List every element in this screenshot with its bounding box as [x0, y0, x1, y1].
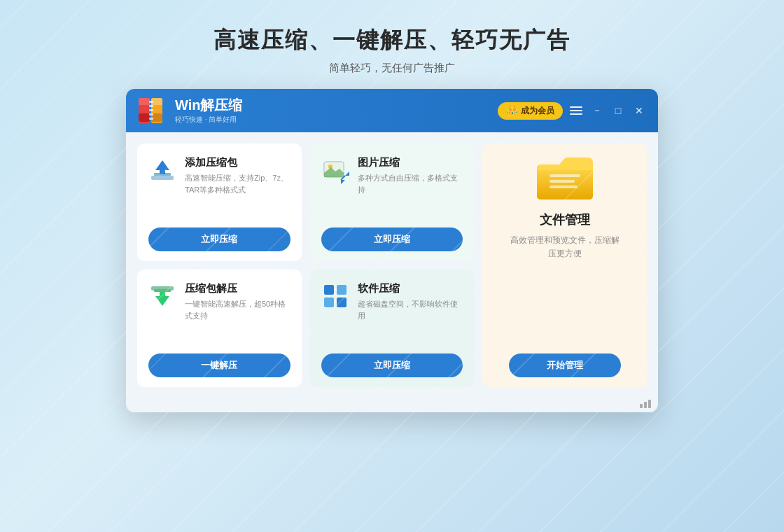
logo-text: Win解压缩 轻巧快速 · 简单好用	[175, 97, 242, 125]
svg-rect-27	[550, 180, 575, 183]
svg-rect-32	[160, 292, 165, 296]
close-button[interactable]: ✕	[631, 103, 647, 118]
image-compress-button[interactable]: 立即压缩	[321, 227, 463, 251]
crown-icon: 👑	[506, 105, 518, 116]
app-logo-icon	[137, 95, 168, 126]
compress-desc: 高速智能压缩，支持Zip、7z、TAR等多种格式式	[185, 172, 290, 195]
svg-rect-3	[139, 113, 150, 122]
image-icon	[321, 156, 349, 184]
compress-icon	[148, 156, 176, 184]
svg-rect-9	[149, 105, 153, 107]
svg-rect-36	[337, 298, 346, 307]
page-subtitle: 简单轻巧，无任何广告推广	[0, 62, 784, 75]
maximize-button[interactable]: □	[610, 103, 626, 118]
svg-marker-31	[155, 296, 169, 306]
compress-card-header: 添加压缩包 高速智能压缩，支持Zip、7z、TAR等多种格式式	[148, 156, 290, 195]
svg-rect-35	[324, 298, 334, 307]
svg-rect-30	[154, 289, 171, 292]
software-compress-info: 软件压缩 超省磁盘空间，不影响软件使用	[358, 282, 463, 321]
file-manager-desc: 高效管理和预览文件，压缩解压更方便	[509, 234, 621, 260]
svg-rect-28	[550, 186, 578, 188]
minimize-button[interactable]: －	[589, 103, 605, 118]
image-compress-title: 图片压缩	[358, 156, 463, 169]
folder-icon	[537, 156, 593, 202]
decompress-info: 压缩包解压 一键智能高速解压，超50种格式支持	[185, 282, 290, 321]
title-bar: Win解压缩 轻巧快速 · 简单好用 👑 成为会员 － □ ✕	[126, 89, 658, 132]
compress-title: 添加压缩包	[185, 156, 290, 169]
image-compress-info: 图片压缩 多种方式自由压缩，多格式支持	[358, 156, 463, 195]
content-area: 添加压缩包 高速智能压缩，支持Zip、7z、TAR等多种格式式 立即压缩	[126, 132, 658, 398]
svg-marker-15	[155, 160, 169, 170]
svg-rect-33	[324, 285, 334, 295]
svg-marker-22	[341, 180, 345, 184]
page-title: 高速压缩、一键解压、轻巧无广告	[0, 25, 784, 56]
app-tagline: 轻巧快速 · 简单好用	[175, 115, 242, 125]
image-compress-header: 图片压缩 多种方式自由压缩，多格式支持	[321, 156, 463, 195]
image-compress-desc: 多种方式自由压缩，多格式支持	[358, 172, 463, 195]
image-compress-card: 图片压缩 多种方式自由压缩，多格式支持 立即压缩	[310, 144, 475, 261]
svg-rect-16	[160, 170, 165, 174]
svg-rect-2	[139, 105, 150, 113]
compress-card-info: 添加压缩包 高速智能压缩，支持Zip、7z、TAR等多种格式式	[185, 156, 290, 195]
decompress-header: 压缩包解压 一键智能高速解压，超50种格式支持	[148, 282, 290, 321]
svg-marker-21	[345, 172, 349, 176]
window-controls: － □ ✕	[589, 103, 647, 118]
vip-button[interactable]: 👑 成为会员	[498, 102, 563, 120]
compress-button[interactable]: 立即压缩	[148, 227, 290, 251]
software-compress-header: 软件压缩 超省磁盘空间，不影响软件使用	[321, 282, 463, 321]
file-manager-button[interactable]: 开始管理	[509, 354, 621, 377]
decompress-title: 压缩包解压	[185, 282, 290, 295]
software-compress-button[interactable]: 立即压缩	[321, 354, 463, 377]
software-icon	[321, 282, 349, 310]
svg-rect-11	[149, 113, 153, 115]
decompress-button[interactable]: 一键解压	[148, 354, 290, 377]
app-name: Win解压缩	[175, 97, 242, 113]
svg-rect-13	[151, 176, 174, 180]
software-compress-card: 软件压缩 超省磁盘空间，不影响软件使用 立即压缩	[310, 270, 475, 387]
decompress-desc: 一键智能高速解压，超50种格式支持	[185, 298, 290, 321]
compress-card: 添加压缩包 高速智能压缩，支持Zip、7z、TAR等多种格式式 立即压缩	[137, 144, 302, 261]
app-logo-area: Win解压缩 轻巧快速 · 简单好用	[137, 95, 498, 126]
svg-rect-8	[149, 101, 153, 103]
decompress-card: 压缩包解压 一键智能高速解压，超50种格式支持 一键解压	[137, 270, 302, 387]
menu-icon[interactable]	[570, 106, 582, 115]
svg-rect-34	[337, 285, 346, 295]
svg-rect-12	[149, 118, 153, 120]
file-manager-title: 文件管理	[540, 211, 590, 228]
titlebar-right: 👑 成为会员 － □ ✕	[498, 102, 647, 120]
vip-label: 成为会员	[521, 105, 554, 117]
svg-rect-26	[550, 174, 580, 177]
file-manager-card: 文件管理 高效管理和预览文件，压缩解压更方便 开始管理	[482, 144, 647, 387]
software-compress-title: 软件压缩	[358, 282, 463, 295]
stats-icon	[640, 400, 651, 408]
decompress-icon	[148, 282, 176, 310]
app-window: Win解压缩 轻巧快速 · 简单好用 👑 成为会员 － □ ✕	[126, 89, 658, 412]
software-compress-desc: 超省磁盘空间，不影响软件使用	[358, 298, 463, 321]
svg-rect-10	[149, 109, 153, 111]
bottom-bar	[126, 398, 658, 412]
